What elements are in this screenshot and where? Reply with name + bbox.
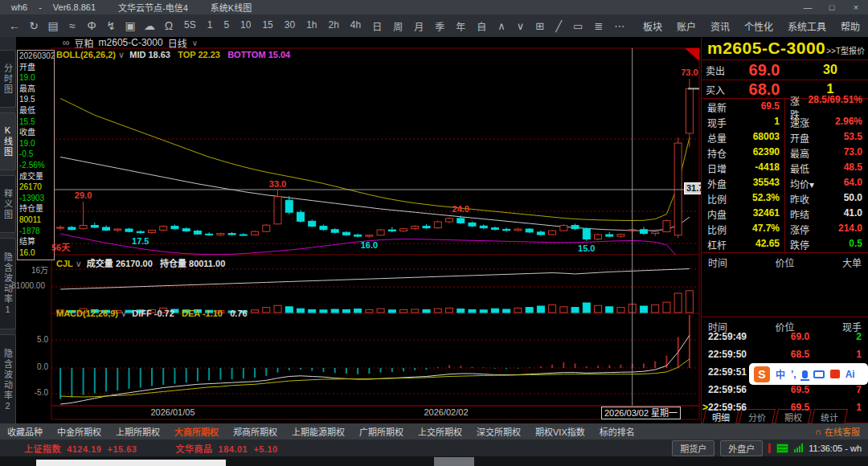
server-node[interactable]: 文华云节点-电信4 <box>118 1 188 14</box>
quote-grid-row: 现手1速涨2.96% <box>702 115 868 130</box>
menu-系统工具[interactable]: 系统工具 <box>788 19 826 33</box>
side-tab-K线图[interactable]: K线图 <box>0 112 16 170</box>
period-1[interactable]: 1 <box>202 19 219 33</box>
period-4h[interactable]: 4h <box>345 19 366 33</box>
period-年[interactable]: 年 <box>450 19 471 33</box>
quote-grid-row: 比例52.3%昨收50.0 <box>702 191 868 206</box>
period-自[interactable]: 自 <box>471 19 492 33</box>
volume-indicator-header[interactable]: CJL ∨ 成交量 26170.00 持仓量 80011.00 <box>56 256 225 269</box>
exchange-tab-深交所期权[interactable]: 深交所期权 <box>469 425 528 438</box>
period-周[interactable]: 周 <box>387 19 408 33</box>
collapse-up-icon[interactable]: ∧ <box>492 20 511 32</box>
info-line: 最高 <box>19 84 54 95</box>
trendline-icon[interactable]: ╱ <box>550 20 567 32</box>
skin-icon[interactable] <box>830 370 840 378</box>
cloud-download-icon[interactable]: ☁ <box>140 19 159 32</box>
macd-scale-low: -5.0 <box>13 388 48 397</box>
info-line: 80011 <box>19 215 54 226</box>
keyboard-icon[interactable] <box>813 370 825 378</box>
exchange-tab-广期所期权[interactable]: 广期所期权 <box>352 425 411 438</box>
close-icon[interactable]: × <box>844 2 868 12</box>
tick-chart-icon[interactable]: ↯ <box>101 19 121 32</box>
menu-帮助[interactable]: 帮助 <box>841 19 860 33</box>
calendar-icon[interactable] <box>776 444 788 453</box>
chevron-down-icon: ∨ <box>118 50 125 59</box>
exchange-tab-标的排名[interactable]: 标的排名 <box>592 425 642 438</box>
kline-chart[interactable]: 29.017.533.016.024.015.073.0 <box>16 37 701 423</box>
bars-count-label: 56天 <box>51 240 70 253</box>
futures-account-button[interactable]: 期货户 <box>672 440 714 456</box>
period-1h[interactable]: 1h <box>301 19 322 33</box>
quote-table-icon[interactable]: ▤ <box>43 19 63 32</box>
side-tab-释义图[interactable]: 释义图 <box>0 175 16 233</box>
tape-row: >22:59:5669.51 <box>702 402 868 413</box>
refresh-icon[interactable]: ↻ <box>24 19 43 32</box>
period-月[interactable]: 月 <box>408 19 429 33</box>
exchange-tab-上期能源期权[interactable]: 上期能源期权 <box>285 425 352 438</box>
expand-down-icon[interactable]: ∨ <box>511 20 530 32</box>
sogou-logo-icon[interactable]: S <box>754 366 770 382</box>
chevron-down-icon: ∨ <box>76 259 82 268</box>
info-line: 19.0 <box>19 72 54 84</box>
ask-row[interactable]: 卖出 69.0 30 <box>706 61 865 79</box>
exchange-tab-期权VIX指数[interactable]: 期权VIX指数 <box>528 425 592 438</box>
period-15[interactable]: 15 <box>256 19 278 33</box>
microphone-icon[interactable] <box>802 370 808 378</box>
back-icon[interactable]: ← <box>5 19 24 32</box>
info-line: -2.56% <box>19 160 54 171</box>
online-service-link[interactable]: ∩ 在线客服 <box>815 425 860 438</box>
macd-indicator-header[interactable]: MACD(12,26,9) ∨ DIFF -0.72 DEA -1.10 0.7… <box>56 309 248 319</box>
info-line: 26170 <box>19 182 54 193</box>
headset-icon: ∩ <box>815 427 821 436</box>
quote-symbol: m2605-C-3000 <box>707 39 825 58</box>
alert-indicator <box>768 444 771 453</box>
ime-language-toggle[interactable]: 中 <box>776 367 785 381</box>
rectangle-icon[interactable]: ▭ <box>567 20 588 32</box>
alert-bell-icon[interactable]: Ω <box>159 19 178 32</box>
index-ticker-2[interactable]: 文华商品 184.01 +5.10 <box>175 442 277 455</box>
maximize-icon[interactable]: □ <box>820 2 844 12</box>
menu-个性化[interactable]: 个性化 <box>744 19 773 33</box>
menu-资讯[interactable]: 资讯 <box>710 19 730 33</box>
candlestick-icon[interactable]: Φ <box>82 19 101 32</box>
info-line: 15.5 <box>19 117 54 128</box>
overseas-account-button[interactable]: 外盘户 <box>720 440 763 456</box>
exchange-tab-收藏品种[interactable]: 收藏品种 <box>0 425 50 438</box>
period-10[interactable]: 10 <box>235 19 256 33</box>
svg-text:24.0: 24.0 <box>452 204 469 214</box>
period-30[interactable]: 30 <box>279 19 301 33</box>
draw-icon[interactable]: ▣ <box>121 19 140 32</box>
line-chart-icon[interactable]: ≈ <box>63 19 82 32</box>
period-5[interactable]: 5 <box>218 19 235 33</box>
period-5S[interactable]: 5S <box>178 19 202 33</box>
app-name: wh6 <box>11 2 27 12</box>
side-tab-隐含波动率2[interactable]: 隐含波动率2 <box>0 334 16 426</box>
period-日[interactable]: 日 <box>366 19 387 33</box>
boll-indicator-header[interactable]: BOLL(26,26,2) ∨ MID 18.63 TOP 22.23 BOTT… <box>56 50 290 60</box>
more-icon[interactable]: ⋯ <box>608 20 630 32</box>
exchange-tab-中金所期权[interactable]: 中金所期权 <box>50 425 108 438</box>
side-tab-分时图[interactable]: 分时图 <box>0 50 16 108</box>
index-ticker-1[interactable]: 上证指数 4124.19 +15.63 <box>24 442 137 455</box>
exchange-tab-郑商所期权[interactable]: 郑商所期权 <box>226 425 285 438</box>
info-line: 19.0 <box>19 138 54 149</box>
period-季[interactable]: 季 <box>429 19 450 33</box>
ime-punctuation-toggle[interactable]: ’, <box>791 369 796 380</box>
quote-grid-row: 最新69.5涨跌28.5/69.51% <box>702 100 868 115</box>
ime-ai-button[interactable]: Ai <box>845 369 855 380</box>
window-tab[interactable]: 系统K线图 <box>211 1 252 14</box>
t-quote-link[interactable]: >>T型报价 <box>826 44 865 56</box>
ime-toolbar[interactable]: S 中 ’, Ai <box>749 363 868 385</box>
menu-板块[interactable]: 板块 <box>643 19 662 33</box>
add-pane-icon[interactable]: ⊞ <box>530 20 550 32</box>
exchange-tab-大商所期权[interactable]: 大商所期权 <box>167 425 226 438</box>
svg-text:73.0: 73.0 <box>681 67 698 77</box>
menu-账户[interactable]: 账户 <box>677 19 696 33</box>
layout-icon[interactable]: ≣ <box>588 20 608 32</box>
app-version: Ver6.8.861 <box>53 2 96 12</box>
exchange-tab-上期所期权[interactable]: 上期所期权 <box>108 425 167 438</box>
minimize-icon[interactable]: — <box>796 2 820 12</box>
period-2h[interactable]: 2h <box>323 19 345 33</box>
exchange-tab-上交所期权[interactable]: 上交所期权 <box>411 425 469 438</box>
info-line: -0.5 <box>19 149 54 160</box>
